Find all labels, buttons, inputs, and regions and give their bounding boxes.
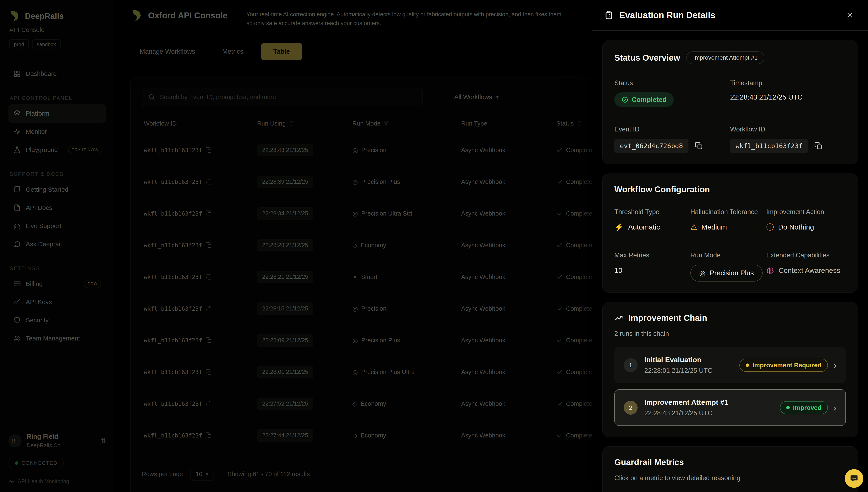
shield-check-icon	[622, 96, 628, 103]
run-status-badge: Improvement Required	[739, 359, 828, 372]
trending-up-icon	[614, 314, 623, 322]
run-info: Improvement Attempt #122:28:43 21/12/25 …	[645, 398, 728, 417]
lightning-icon: ⚡	[614, 223, 624, 231]
max-retries-label: Max Retries	[614, 251, 690, 259]
improvement-chain-run-1[interactable]: 1Initial Evaluation22:28:01 21/12/25 UTC…	[614, 347, 846, 384]
status-completed-badge: Completed	[614, 92, 674, 107]
event-id-value: evt_062d4c726bd8	[614, 139, 688, 153]
drawer-header: Evaluation Run Details	[592, 0, 868, 31]
status-label: Status	[614, 79, 730, 87]
run-status-badge: Improved	[780, 401, 828, 414]
workflow-id-label: Workflow ID	[730, 126, 846, 133]
drawer-title: Evaluation Run Details	[619, 10, 715, 20]
chat-widget-button[interactable]	[845, 469, 863, 488]
improvement-chain-heading: Improvement Chain	[628, 313, 707, 323]
run-timestamp: 22:28:01 21/12/25 UTC	[645, 367, 712, 374]
status-dot-icon	[746, 364, 749, 367]
workflow-id-value: wkfl_b11cb163f23f	[730, 139, 808, 153]
run-title: Improvement Attempt #1	[645, 398, 728, 407]
event-id-label: Event ID	[614, 126, 730, 133]
evaluation-run-details-drawer: Evaluation Run Details Status Overview I…	[592, 0, 868, 492]
run-mode-label: Run Mode	[690, 251, 766, 259]
improvement-action-value: Do Nothing	[778, 223, 814, 231]
workflow-configuration-card: Workflow Configuration Threshold Type ⚡A…	[602, 173, 858, 293]
run-status-badge-label: Improvement Required	[753, 362, 821, 369]
run-number: 2	[624, 401, 638, 415]
improvement-chain-run-2[interactable]: 2Improvement Attempt #122:28:43 21/12/25…	[614, 389, 846, 426]
warning-icon: ⚠	[690, 223, 697, 231]
run-number: 1	[624, 358, 638, 372]
hallucination-tolerance-value: Medium	[701, 223, 727, 231]
modal-dim-overlay	[0, 0, 592, 492]
status-dot-icon	[786, 406, 790, 409]
threshold-type-value: Automatic	[628, 223, 660, 231]
copy-icon[interactable]	[814, 141, 823, 151]
improvement-chain-card: Improvement Chain 2 runs in this chain 1…	[602, 302, 858, 437]
chat-bubble-icon	[849, 474, 859, 483]
attempt-badge: Improvement Attempt #1	[686, 51, 764, 64]
improvement-chain-list: 1Initial Evaluation22:28:01 21/12/25 UTC…	[614, 347, 846, 426]
status-overview-heading: Status Overview	[614, 53, 680, 63]
status-overview-card: Status Overview Improvement Attempt #1 S…	[602, 40, 858, 164]
chevron-right-icon: ›	[833, 360, 837, 370]
close-icon[interactable]	[843, 9, 856, 22]
clipboard-icon	[604, 10, 614, 20]
guardrail-metrics-card: Guardrail Metrics Click on a metric to v…	[602, 446, 858, 492]
brain-icon	[766, 267, 774, 274]
run-timestamp: 22:28:43 21/12/25 UTC	[645, 409, 728, 417]
run-status-badge-label: Improved	[793, 404, 821, 411]
guardrail-metrics-subtitle: Click on a metric to view detailed reaso…	[614, 474, 846, 482]
timestamp-label: Timestamp	[730, 79, 846, 87]
info-icon: ⓘ	[766, 223, 774, 231]
drawer-body: Status Overview Improvement Attempt #1 S…	[592, 31, 868, 492]
status-value: Completed	[632, 96, 666, 103]
copy-icon[interactable]	[694, 141, 704, 151]
chevron-right-icon: ›	[833, 403, 837, 413]
run-info: Initial Evaluation22:28:01 21/12/25 UTC	[645, 356, 712, 374]
threshold-type-label: Threshold Type	[614, 208, 690, 216]
max-retries-value: 10	[614, 266, 622, 274]
workflow-configuration-heading: Workflow Configuration	[614, 185, 846, 194]
improvement-chain-subtitle: 2 runs in this chain	[614, 330, 846, 338]
run-mode-value: Precision Plus	[710, 269, 754, 277]
run-title: Initial Evaluation	[645, 356, 712, 364]
run-mode-pill: ◎ Precision Plus	[690, 265, 763, 281]
timestamp-value: 22:28:43 21/12/25 UTC	[730, 93, 846, 101]
improvement-action-label: Improvement Action	[766, 208, 846, 216]
extended-capabilities-label: Extended Capabilities	[766, 251, 846, 259]
extended-capabilities-value: Context Awareness	[779, 266, 840, 274]
target-icon: ◎	[699, 269, 706, 277]
hallucination-tolerance-label: Hallucination Tolerance	[690, 208, 766, 216]
app-root: DeepRails API Console prod sandbox Dashb…	[0, 0, 868, 492]
guardrail-metrics-heading: Guardrail Metrics	[614, 458, 846, 467]
